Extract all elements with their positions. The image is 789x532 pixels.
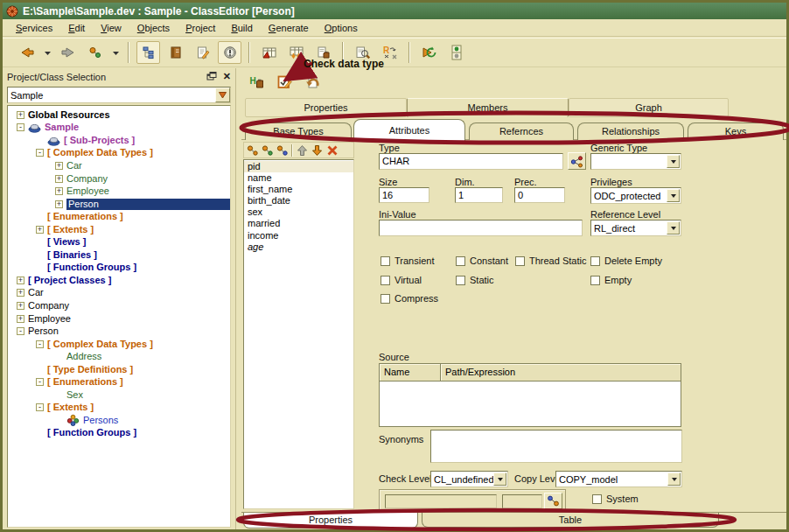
tree-item-function-groups[interactable]: [ Function Groups ] bbox=[8, 262, 230, 275]
title-bar[interactable]: E:\Sample\Sample.dev : Sample - ClassEdi… bbox=[3, 3, 786, 19]
attribute-income[interactable]: income bbox=[244, 230, 353, 242]
expander-icon[interactable]: + bbox=[36, 226, 44, 234]
generic-type-combo[interactable] bbox=[590, 153, 681, 170]
attribute-sex[interactable]: sex bbox=[244, 206, 353, 218]
expander-icon[interactable]: + bbox=[17, 315, 24, 323]
tab-relationships[interactable]: Relationships bbox=[577, 122, 684, 140]
source-column-path-expression[interactable]: Path/Expression bbox=[441, 364, 681, 381]
class-editor-button[interactable] bbox=[218, 41, 241, 64]
tree-item-car[interactable]: +Car bbox=[8, 287, 230, 300]
expander-icon[interactable]: + bbox=[17, 302, 24, 310]
panel-divider[interactable] bbox=[235, 68, 241, 529]
thread-static-checkbox[interactable]: Thread Static bbox=[515, 256, 590, 266]
check-level-combo[interactable]: CL_undefined bbox=[430, 471, 508, 487]
copy-level-combo[interactable]: COPY_model bbox=[555, 471, 682, 487]
dropdown-arrow-icon[interactable] bbox=[493, 472, 506, 486]
tree-item-global-resources[interactable]: +Global Resources bbox=[8, 108, 230, 122]
tree-item-sample[interactable]: -Sample bbox=[8, 122, 230, 135]
tab-base-types[interactable]: Base Types bbox=[245, 122, 352, 140]
menu-view[interactable]: View bbox=[93, 21, 129, 35]
menu-options[interactable]: Options bbox=[317, 21, 366, 35]
header-type-button[interactable]: H bbox=[245, 71, 269, 94]
objects-button[interactable] bbox=[83, 41, 107, 64]
expander-icon[interactable]: + bbox=[55, 187, 63, 195]
extra-field-2[interactable] bbox=[502, 494, 542, 508]
tree-item-complex-data-types[interactable]: -[ Complex Data Types ] bbox=[8, 338, 230, 351]
expander-icon[interactable]: + bbox=[55, 162, 63, 170]
tab-attributes[interactable]: Attributes bbox=[353, 119, 465, 141]
tree-item-project-classes[interactable]: +[ Project Classes ] bbox=[8, 274, 230, 287]
menu-build[interactable]: Build bbox=[223, 21, 260, 35]
tree-item-persons[interactable]: Persons bbox=[8, 414, 230, 427]
tree-item-views[interactable]: [ Views ] bbox=[8, 235, 230, 248]
expander-icon[interactable]: - bbox=[36, 403, 44, 411]
class-selector-combo[interactable]: Sample bbox=[7, 87, 231, 103]
attribute-married[interactable]: married bbox=[244, 218, 353, 229]
table-generate-button[interactable] bbox=[257, 41, 281, 64]
expander-icon[interactable]: + bbox=[17, 289, 24, 297]
add-relationship-button[interactable] bbox=[275, 144, 290, 158]
edit-doc-button[interactable] bbox=[191, 41, 214, 64]
attribute-first-name[interactable]: first_name bbox=[244, 184, 353, 195]
dropdown-arrow-icon[interactable] bbox=[667, 155, 680, 168]
transient-checkbox[interactable]: Transient bbox=[381, 256, 456, 266]
virtual-checkbox[interactable]: Virtual bbox=[381, 275, 456, 285]
tree-item-address[interactable]: Address bbox=[8, 350, 230, 363]
menu-generate[interactable]: Generate bbox=[261, 21, 317, 35]
back-menu-button[interactable] bbox=[42, 41, 52, 64]
static-checkbox[interactable]: Static bbox=[456, 275, 515, 285]
type-link-button[interactable] bbox=[568, 152, 586, 170]
objects-menu-button[interactable] bbox=[110, 41, 121, 64]
float-panel-icon[interactable] bbox=[206, 72, 217, 81]
combo-dropdown-button[interactable] bbox=[215, 88, 230, 102]
library-button[interactable] bbox=[164, 41, 187, 64]
extra-field-1[interactable] bbox=[385, 494, 497, 508]
back-button[interactable] bbox=[15, 41, 38, 64]
check-data-type-button[interactable] bbox=[273, 71, 297, 94]
reference-level-combo[interactable]: RL_direct bbox=[590, 220, 681, 236]
tree-item-function-groups[interactable]: [ Function Groups ] bbox=[8, 427, 230, 440]
delete-empty-checkbox[interactable]: Delete Empty bbox=[590, 256, 704, 266]
tab-keys[interactable]: Keys bbox=[688, 122, 784, 140]
dropdown-arrow-icon[interactable] bbox=[667, 221, 680, 234]
revert-button[interactable] bbox=[301, 71, 325, 94]
tree-view-button[interactable] bbox=[136, 41, 160, 64]
expander-icon[interactable]: + bbox=[17, 276, 24, 284]
constant-checkbox[interactable]: Constant bbox=[456, 256, 515, 266]
tree-item-type-definitions[interactable]: [ Type Definitions ] bbox=[8, 363, 230, 376]
source-column-name[interactable]: Name bbox=[380, 364, 441, 381]
synonyms-input[interactable] bbox=[430, 430, 682, 463]
bottom-tab-table[interactable]: Table bbox=[422, 513, 719, 528]
expander-icon[interactable]: - bbox=[17, 327, 24, 335]
expander-icon[interactable]: + bbox=[55, 200, 63, 208]
expander-icon[interactable]: - bbox=[36, 149, 44, 157]
empty-checkbox[interactable]: Empty bbox=[590, 275, 704, 285]
move-up-button[interactable] bbox=[295, 144, 310, 158]
tree-item-extents[interactable]: -[ Extents ] bbox=[8, 402, 230, 415]
tree-item-sub-projects[interactable]: [ Sub-Projects ] bbox=[8, 134, 230, 147]
tree-item-extents[interactable]: +[ Extents ] bbox=[8, 223, 230, 236]
dropdown-arrow-icon[interactable] bbox=[667, 189, 680, 202]
add-attribute-button[interactable] bbox=[245, 144, 260, 158]
menu-services[interactable]: Services bbox=[8, 21, 60, 35]
menu-objects[interactable]: Objects bbox=[129, 21, 178, 35]
tree-item-binaries[interactable]: [ Binaries ] bbox=[8, 248, 230, 262]
tree-item-person[interactable]: -Person bbox=[8, 325, 230, 338]
tree-item-sex[interactable]: Sex bbox=[8, 388, 230, 402]
tree-item-company[interactable]: +Company bbox=[8, 299, 230, 312]
compress-checkbox[interactable]: Compress bbox=[381, 293, 456, 304]
tree-item-employee[interactable]: +Employee bbox=[8, 185, 230, 198]
expander-icon[interactable]: - bbox=[17, 123, 24, 131]
tab-members[interactable]: Members bbox=[407, 98, 569, 117]
dim-input[interactable]: 1 bbox=[455, 187, 503, 203]
expander-icon[interactable]: + bbox=[17, 111, 24, 119]
attribute-pid[interactable]: pid bbox=[244, 161, 353, 172]
type-input[interactable]: CHAR bbox=[379, 153, 563, 170]
attribute-name[interactable]: name bbox=[244, 172, 353, 184]
attribute-birth-date[interactable]: birth_date bbox=[244, 195, 353, 206]
state-toggle-button[interactable] bbox=[444, 41, 468, 64]
tree-item-car[interactable]: +Car bbox=[8, 159, 230, 172]
forward-button[interactable] bbox=[56, 41, 80, 64]
close-panel-icon[interactable]: ✕ bbox=[223, 71, 231, 82]
add-reference-button[interactable] bbox=[260, 144, 275, 158]
